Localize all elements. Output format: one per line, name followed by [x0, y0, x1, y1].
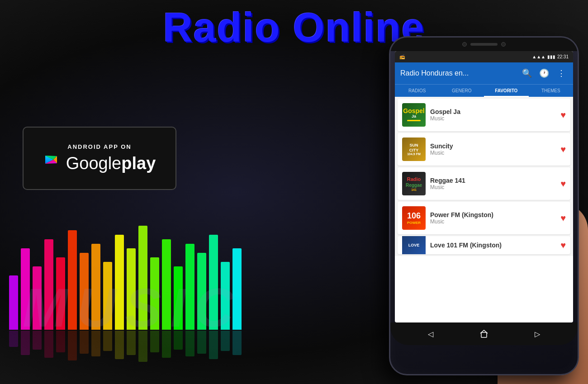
- love101-logo: LOVE: [402, 236, 426, 254]
- status-right: ▲▲▲ ▮▮▮ 22:31: [532, 54, 569, 59]
- phone-speaker: [470, 43, 498, 46]
- gospel-ja-info: Gospel Ja Music: [430, 108, 556, 122]
- radio-item-power-fm[interactable]: 106 POWER Power FM (Kingston) Music ♥: [398, 202, 570, 234]
- app-screen: 📻 ▲▲▲ ▮▮▮ 22:31 Radio Honduras en... 🔍 🕐…: [395, 51, 573, 322]
- suncity-logo: SUN CITY 104.9 FM: [402, 137, 426, 161]
- power-fm-genre: Music: [430, 218, 556, 225]
- reggae141-genre: Music: [430, 184, 556, 190]
- phone-mockup: 📻 ▲▲▲ ▮▮▮ 22:31 Radio Honduras en... 🔍 🕐…: [389, 36, 579, 375]
- power-fm-favorite[interactable]: ♥: [560, 213, 566, 223]
- eq-bar-ref-0: [9, 331, 18, 347]
- tab-radios[interactable]: RADIOS: [395, 85, 440, 97]
- google-play-line1: ANDROID APP ON: [67, 143, 131, 150]
- app-header-title: Radio Honduras en...: [400, 69, 516, 77]
- phone-camera: [462, 42, 467, 47]
- status-time: 22:31: [557, 54, 569, 59]
- recent-nav-button[interactable]: ▷: [531, 327, 544, 341]
- back-nav-button[interactable]: ◁: [424, 327, 437, 341]
- reggae141-info: Reggae 141 Music: [430, 177, 556, 190]
- power-fm-logo: 106 POWER: [402, 206, 426, 230]
- status-left: 📻: [399, 54, 405, 59]
- radio-icon: 📻: [399, 54, 405, 59]
- eq-bar-0: [9, 275, 18, 330]
- status-bar: 📻 ▲▲▲ ▮▮▮ 22:31: [395, 51, 573, 62]
- suncity-info: Suncity Music: [430, 142, 556, 156]
- app-tabs: RADIOS GENERO FAVORITO THEMES: [395, 84, 573, 97]
- home-nav-button[interactable]: [477, 327, 491, 341]
- reggae141-name: Reggae 141: [430, 177, 556, 184]
- svg-rect-4: [481, 332, 487, 337]
- love101-info: Love 101 FM (Kingston): [430, 242, 556, 249]
- battery-icon: ▮▮▮: [547, 54, 555, 59]
- love101-name: Love 101 FM (Kingston): [430, 242, 556, 249]
- reggae141-favorite[interactable]: ♥: [560, 179, 566, 189]
- radio-item-gospel-ja[interactable]: Gospel Ja Gospel Ja Music ♥: [398, 99, 570, 131]
- app-header: Radio Honduras en... 🔍 🕐 ⋮: [395, 62, 573, 84]
- gospel-ja-logo: Gospel Ja: [402, 103, 426, 127]
- history-icon[interactable]: 🕐: [538, 67, 550, 80]
- gospel-ja-name: Gospel Ja: [430, 108, 556, 115]
- google-play-badge[interactable]: ANDROID APP ON: [23, 127, 176, 190]
- google-play-text: Googleplay: [66, 154, 156, 173]
- suncity-favorite[interactable]: ♥: [560, 144, 566, 155]
- radio-item-suncity[interactable]: SUN CITY 104.9 FM Suncity Music ♥: [398, 133, 570, 166]
- gospel-ja-genre: Music: [430, 115, 556, 122]
- phone-camera-2: [501, 42, 506, 47]
- gospel-ja-favorite[interactable]: ♥: [560, 110, 566, 120]
- love101-favorite[interactable]: ♥: [560, 240, 566, 251]
- phone-bottom-bar: ◁ ▷: [390, 322, 578, 345]
- power-fm-info: Power FM (Kingston) Music: [430, 211, 556, 225]
- power-fm-name: Power FM (Kingston): [430, 211, 556, 218]
- phone-top-bar: [390, 38, 578, 51]
- suncity-name: Suncity: [430, 142, 556, 150]
- radio-item-love101[interactable]: LOVE Love 101 FM (Kingston) ♥: [398, 236, 570, 254]
- search-icon[interactable]: 🔍: [521, 67, 533, 80]
- google-play-icon: [43, 155, 62, 173]
- eq-group-0: [9, 275, 18, 330]
- radio-list: Gospel Ja Gospel Ja Music ♥: [395, 97, 573, 256]
- music-watermark: MUSIC: [23, 276, 243, 339]
- radio-item-reggae141[interactable]: Radio Reggae 141 Reggae 141 Music ♥: [398, 167, 570, 200]
- reggae141-logo: Radio Reggae 141: [402, 172, 426, 195]
- tab-themes[interactable]: THEMES: [529, 85, 574, 97]
- phone-body: 📻 ▲▲▲ ▮▮▮ 22:31 Radio Honduras en... 🔍 🕐…: [389, 36, 579, 375]
- tab-favorito[interactable]: FAVORITO: [484, 85, 529, 97]
- wifi-icon: ▲▲▲: [532, 54, 545, 59]
- google-play-branding: Googleplay: [43, 154, 156, 173]
- suncity-genre: Music: [430, 150, 556, 156]
- more-options-icon[interactable]: ⋮: [555, 67, 568, 80]
- tab-genero[interactable]: GENERO: [440, 85, 484, 97]
